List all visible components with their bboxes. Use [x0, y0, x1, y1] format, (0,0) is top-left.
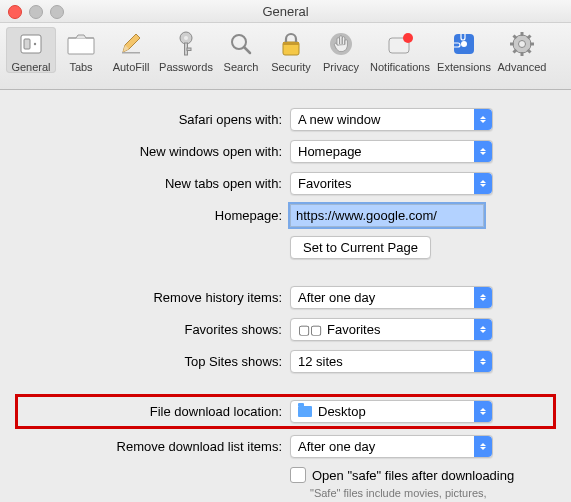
svg-point-17	[461, 41, 467, 47]
window-close-button[interactable]	[8, 5, 22, 19]
chevron-updown-icon	[474, 109, 492, 130]
select-topsites-shows[interactable]: 12 sites	[290, 350, 493, 373]
hand-icon	[326, 29, 356, 59]
svg-line-26	[514, 50, 517, 53]
svg-line-10	[244, 47, 250, 53]
label-topsites-shows: Top Sites shows:	[20, 354, 290, 369]
label-homepage: Homepage:	[20, 208, 290, 223]
chevron-updown-icon	[474, 287, 492, 308]
svg-point-19	[519, 41, 526, 48]
svg-rect-8	[187, 48, 191, 51]
puzzle-icon	[449, 29, 479, 59]
tabs-icon	[66, 29, 96, 59]
select-remove-dl[interactable]: After one day	[290, 435, 493, 458]
preferences-body: Safari opens with: A new window New wind…	[0, 90, 571, 502]
toolbar-tab-extensions[interactable]: Extensions	[434, 27, 494, 73]
svg-point-15	[403, 33, 413, 43]
svg-rect-1	[24, 39, 30, 49]
svg-rect-12	[283, 42, 299, 45]
label-remove-history: Remove history items:	[20, 290, 290, 305]
select-remove-history[interactable]: After one day	[290, 286, 493, 309]
key-icon	[171, 29, 201, 59]
toolbar-tab-autofill[interactable]: AutoFill	[106, 27, 156, 73]
notification-icon	[385, 29, 415, 59]
toolbar-tab-notifications[interactable]: Notifications	[366, 27, 434, 73]
switch-icon	[16, 29, 46, 59]
folder-icon	[298, 406, 312, 417]
svg-line-25	[528, 50, 531, 53]
window-titlebar: General	[0, 0, 571, 23]
gear-icon	[507, 29, 537, 59]
window-title: General	[262, 4, 308, 19]
label-remove-dl: Remove download list items:	[20, 439, 290, 454]
select-favorites-shows[interactable]: ▢▢ Favorites	[290, 318, 493, 341]
toolbar-tab-tabs[interactable]: Tabs	[56, 27, 106, 73]
svg-line-27	[528, 36, 531, 39]
svg-rect-4	[122, 52, 140, 54]
chevron-updown-icon	[474, 141, 492, 162]
window-minimize-button[interactable]	[29, 5, 43, 19]
pencil-icon	[116, 29, 146, 59]
toolbar-tab-search[interactable]: Search	[216, 27, 266, 73]
select-download-location[interactable]: Desktop	[290, 400, 493, 423]
svg-rect-3	[68, 38, 94, 54]
chevron-updown-icon	[474, 351, 492, 372]
search-icon	[226, 29, 256, 59]
toolbar-tab-passwords[interactable]: Passwords	[156, 27, 216, 73]
book-icon: ▢▢	[298, 322, 322, 337]
select-new-tabs[interactable]: Favorites	[290, 172, 493, 195]
label-download-location: File download location:	[20, 404, 290, 419]
open-safe-checkbox[interactable]	[290, 467, 306, 483]
svg-line-24	[514, 36, 517, 39]
svg-point-2	[34, 43, 36, 45]
set-current-page-button[interactable]: Set to Current Page	[290, 236, 431, 259]
preferences-toolbar: General Tabs AutoFill Passwords Search S…	[0, 23, 571, 90]
window-zoom-button[interactable]	[50, 5, 64, 19]
open-safe-description: "Safe" files include movies, pictures, s…	[310, 486, 520, 502]
label-new-windows: New windows open with:	[20, 144, 290, 159]
chevron-updown-icon	[474, 401, 492, 422]
chevron-updown-icon	[474, 436, 492, 457]
chevron-updown-icon	[474, 173, 492, 194]
lock-icon	[276, 29, 306, 59]
toolbar-tab-general[interactable]: General	[6, 27, 56, 73]
homepage-input[interactable]	[290, 204, 484, 227]
toolbar-tab-security[interactable]: Security	[266, 27, 316, 73]
svg-point-6	[184, 36, 188, 40]
highlighted-download-row: File download location: Desktop	[15, 394, 556, 429]
chevron-updown-icon	[474, 319, 492, 340]
label-opens-with: Safari opens with:	[20, 112, 290, 127]
toolbar-tab-privacy[interactable]: Privacy	[316, 27, 366, 73]
select-opens-with[interactable]: A new window	[290, 108, 493, 131]
open-safe-label: Open "safe" files after downloading	[312, 468, 514, 483]
toolbar-tab-advanced[interactable]: Advanced	[494, 27, 550, 73]
label-favorites-shows: Favorites shows:	[20, 322, 290, 337]
label-new-tabs: New tabs open with:	[20, 176, 290, 191]
select-new-windows[interactable]: Homepage	[290, 140, 493, 163]
